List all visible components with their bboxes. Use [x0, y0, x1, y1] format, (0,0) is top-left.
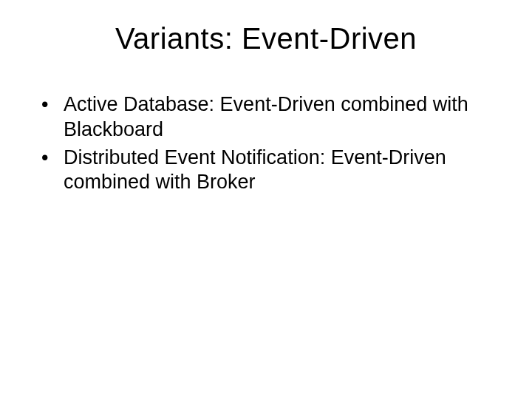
slide-content: Active Database: Event-Driven combined w… — [30, 92, 502, 195]
slide-container: Variants: Event-Driven Active Database: … — [0, 0, 532, 399]
slide-title: Variants: Event-Driven — [30, 22, 502, 55]
bullet-list: Active Database: Event-Driven combined w… — [41, 92, 502, 195]
list-item: Distributed Event Notification: Event-Dr… — [41, 146, 502, 196]
list-item: Active Database: Event-Driven combined w… — [41, 92, 502, 143]
